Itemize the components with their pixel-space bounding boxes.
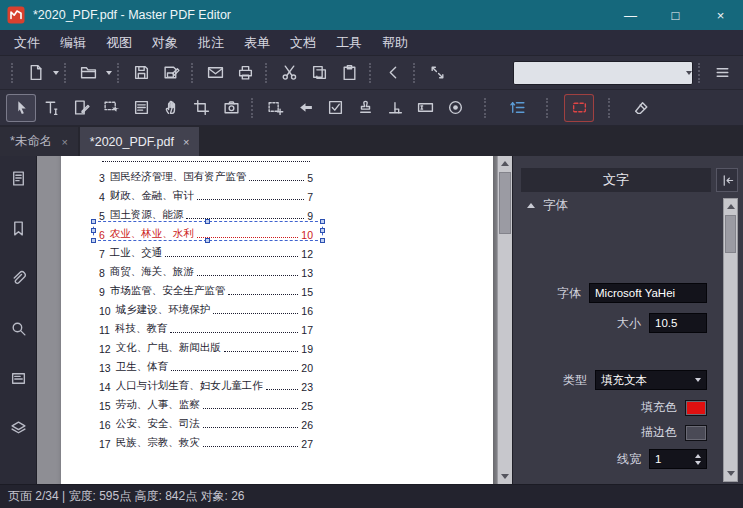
chevron-down-icon[interactable] xyxy=(686,71,692,75)
checkbox-tool-button[interactable] xyxy=(320,94,350,122)
toc-row[interactable]: 16 公安、安全、司法 26 xyxy=(99,412,313,431)
selection-handle[interactable] xyxy=(91,238,96,243)
reorder-tool-button[interactable] xyxy=(502,94,532,122)
selection-handle[interactable] xyxy=(320,219,325,224)
font-family-input[interactable]: Microsoft YaHei xyxy=(589,283,707,303)
fill-color-swatch[interactable] xyxy=(685,400,707,416)
tab-close-icon[interactable]: × xyxy=(61,136,67,148)
search-input[interactable] xyxy=(524,66,679,80)
layers-panel-button[interactable] xyxy=(5,416,31,440)
document-viewport[interactable]: 3 国民经济管理、国有资产监管 5 4 财政、金融、审计 7 5 国土资源、能源 xyxy=(36,156,512,484)
spin-down-icon[interactable] xyxy=(695,461,701,465)
bookmarks-panel-button[interactable] xyxy=(5,216,31,240)
copy-button[interactable] xyxy=(304,59,334,87)
stroke-color-swatch[interactable] xyxy=(685,425,707,441)
scroll-up-icon[interactable] xyxy=(498,156,512,171)
maximize-button[interactable]: □ xyxy=(653,0,698,30)
measure-tool-button[interactable] xyxy=(380,94,410,122)
insert-arrow-tool-button[interactable] xyxy=(290,94,320,122)
toc-row[interactable]: 4 财政、金融、审计 7 xyxy=(99,184,313,203)
text-field-tool-button[interactable] xyxy=(410,94,440,122)
font-size-input[interactable]: 10.5 xyxy=(649,313,707,333)
toolbar-grip[interactable] xyxy=(608,98,612,118)
scrollbar-thumb[interactable] xyxy=(725,215,736,253)
scrollbar-thumb[interactable] xyxy=(499,172,511,234)
select-tool-button[interactable] xyxy=(6,94,36,122)
rectangle-annotation-tool-button[interactable] xyxy=(564,94,594,122)
hand-tool-button[interactable] xyxy=(156,94,186,122)
edit-page-tool-button[interactable] xyxy=(66,94,96,122)
edit-text-tool-button[interactable] xyxy=(36,94,66,122)
toolbar-grip[interactable] xyxy=(191,63,195,83)
selection-handle[interactable] xyxy=(91,228,96,233)
chevron-down-icon[interactable] xyxy=(53,71,59,75)
menu-edit[interactable]: 编辑 xyxy=(50,30,96,55)
pages-panel-button[interactable] xyxy=(5,166,31,190)
radio-button-tool-button[interactable] xyxy=(440,94,470,122)
attachments-panel-button[interactable] xyxy=(5,266,31,290)
selection-handle[interactable] xyxy=(91,219,96,224)
cut-button[interactable] xyxy=(274,59,304,87)
search-box[interactable] xyxy=(513,61,693,85)
chevron-down-icon[interactable] xyxy=(106,71,112,75)
close-button[interactable]: × xyxy=(698,0,743,30)
toc-row[interactable]: 8 商贸、海关、旅游 13 xyxy=(99,260,313,279)
toolbar-grip[interactable] xyxy=(251,98,255,118)
minimize-button[interactable]: — xyxy=(608,0,653,30)
tab-close-icon[interactable]: × xyxy=(183,136,189,148)
print-button[interactable] xyxy=(230,59,260,87)
menu-annotate[interactable]: 批注 xyxy=(188,30,234,55)
add-field-tool-button[interactable] xyxy=(260,94,290,122)
crop-tool-button[interactable] xyxy=(186,94,216,122)
pdf-page[interactable]: 3 国民经济管理、国有资产监管 5 4 财政、金融、审计 7 5 国土资源、能源 xyxy=(61,156,493,484)
toc-row[interactable]: 11 科技、教育 17 xyxy=(99,317,313,336)
panel-vertical-scrollbar[interactable] xyxy=(723,198,738,482)
scroll-down-icon[interactable] xyxy=(498,469,512,484)
search-panel-button[interactable] xyxy=(5,316,31,340)
fit-page-button[interactable] xyxy=(422,59,452,87)
paste-button[interactable] xyxy=(334,59,364,87)
toolbar-grip[interactable] xyxy=(265,63,269,83)
selection-handle[interactable] xyxy=(320,228,325,233)
menu-file[interactable]: 文件 xyxy=(4,30,50,55)
stamp-tool-button[interactable] xyxy=(350,94,380,122)
toc-row[interactable]: 9 市场监管、安全生产监管 15 xyxy=(99,279,313,298)
scroll-down-icon[interactable] xyxy=(724,466,738,481)
toolbar-menu-button[interactable] xyxy=(707,59,737,87)
eraser-tool-button[interactable] xyxy=(626,94,656,122)
menu-form[interactable]: 表单 xyxy=(234,30,280,55)
selection-handle[interactable] xyxy=(320,238,325,243)
toolbar-grip[interactable] xyxy=(413,63,417,83)
spin-up-icon[interactable] xyxy=(695,454,701,458)
toolbar-grip[interactable] xyxy=(11,63,15,83)
toolbar-grip[interactable] xyxy=(484,98,488,118)
menu-help[interactable]: 帮助 xyxy=(372,30,418,55)
document-vertical-scrollbar[interactable] xyxy=(497,156,512,484)
toc-row[interactable]: 13 卫生、体育 20 xyxy=(99,355,313,374)
toolbar-grip[interactable] xyxy=(546,98,550,118)
toc-row-partial[interactable] xyxy=(99,156,313,165)
select-fields-tool-button[interactable] xyxy=(96,94,126,122)
back-button[interactable] xyxy=(378,59,408,87)
toc-row-selected[interactable]: 6 农业、林业、水利 10 xyxy=(99,222,313,241)
snapshot-tool-button[interactable] xyxy=(216,94,246,122)
toolbar-grip[interactable] xyxy=(369,63,373,83)
toc-row[interactable]: 17 民族、宗教、救灾 27 xyxy=(99,431,313,450)
menu-tools[interactable]: 工具 xyxy=(326,30,372,55)
toc-row[interactable]: 12 文化、广电、新闻出版 19 xyxy=(99,336,313,355)
line-width-input[interactable]: 1 xyxy=(649,449,707,469)
save-as-button[interactable] xyxy=(156,59,186,87)
scroll-up-icon[interactable] xyxy=(724,199,738,214)
toc-row[interactable]: 15 劳动、人事、监察 25 xyxy=(99,393,313,412)
selection-handle[interactable] xyxy=(205,219,210,224)
form-fields-panel-button[interactable] xyxy=(5,366,31,390)
app-logo-icon[interactable] xyxy=(7,6,25,24)
toolbar-grip[interactable] xyxy=(117,63,121,83)
toc-row[interactable]: 10 城乡建设、环境保护 16 xyxy=(99,298,313,317)
toolbar-grip[interactable] xyxy=(698,63,702,83)
tab-2020-pdf[interactable]: *2020_PDF.pdf × xyxy=(80,127,200,156)
menu-document[interactable]: 文档 xyxy=(280,30,326,55)
panel-collapse-button[interactable] xyxy=(716,168,738,192)
new-document-button[interactable] xyxy=(20,59,50,87)
fill-type-select[interactable]: 填充文本 xyxy=(595,370,707,390)
